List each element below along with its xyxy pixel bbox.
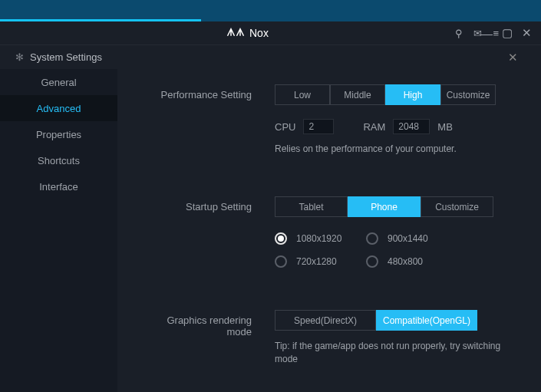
res-1080x1920[interactable]: 1080x1920 (275, 232, 363, 245)
performance-segmented: Low Middle High Customize (275, 84, 514, 105)
radio-icon (275, 232, 287, 245)
radio-icon (366, 255, 378, 268)
graphics-tip: Tip: if the game/app does not run proper… (275, 340, 505, 366)
close-icon[interactable]: ✕ (522, 26, 532, 40)
sidebar-item-general[interactable]: General (0, 69, 117, 95)
graphics-label: Graphics rendering mode (144, 310, 275, 338)
performance-row: Performance Setting Low Middle High Cust… (144, 84, 514, 154)
resolution-grid: 1080x1920 900x1440 720x1280 480x800 (275, 232, 514, 268)
sidebar-item-properties[interactable]: Properties (0, 121, 117, 147)
perf-low[interactable]: Low (275, 84, 330, 105)
graphics-segmented: Speed(DirectX) Compatible(OpenGL) (275, 310, 514, 331)
app-name: Nox (249, 27, 269, 39)
sidebar-item-advanced[interactable]: Advanced (0, 95, 117, 121)
top-accent-bar (0, 0, 541, 21)
radio-icon (366, 232, 378, 245)
pin-icon[interactable]: ⚲ (455, 28, 463, 39)
startup-tablet[interactable]: Tablet (275, 196, 348, 217)
graphics-speed[interactable]: Speed(DirectX) (275, 310, 376, 331)
startup-label: Startup Setting (144, 196, 275, 212)
startup-row: Startup Setting Tablet Phone Customize 1… (144, 196, 514, 268)
perf-customize[interactable]: Customize (440, 84, 496, 105)
cpu-ram-row: CPU RAM MB (275, 119, 514, 134)
titlebar: Nox ⚲ ✉ ≡ — ▢ ✕ (0, 21, 541, 44)
res-720x1280[interactable]: 720x1280 (275, 255, 363, 268)
graphics-compatible[interactable]: Compatible(OpenGL) (376, 310, 477, 331)
perf-middle[interactable]: Middle (330, 84, 385, 105)
nox-logo-icon (226, 27, 245, 39)
gear-icon: ✻ (15, 51, 24, 63)
settings-header: ✻ System Settings ✕ (0, 44, 541, 69)
main-area: General Advanced Properties Shortcuts In… (0, 69, 541, 392)
settings-close-icon[interactable]: ✕ (508, 51, 518, 64)
content-panel: Performance Setting Low Middle High Cust… (117, 69, 541, 392)
cpu-label: CPU (275, 121, 295, 133)
sidebar: General Advanced Properties Shortcuts In… (0, 69, 117, 392)
ram-label: RAM (363, 121, 385, 133)
performance-hint: Relies on the performance of your comput… (275, 143, 514, 154)
window-controls: — ▢ ✕ (481, 26, 532, 40)
settings-title: System Settings (30, 51, 102, 63)
app-logo: Nox (226, 27, 269, 39)
minimize-icon[interactable]: — (481, 27, 493, 40)
ram-unit: MB (437, 121, 453, 133)
ram-field[interactable] (393, 119, 430, 134)
cpu-field[interactable] (303, 119, 334, 134)
sidebar-item-shortcuts[interactable]: Shortcuts (0, 147, 117, 173)
startup-customize[interactable]: Customize (421, 196, 493, 217)
performance-label: Performance Setting (144, 84, 275, 100)
startup-segmented: Tablet Phone Customize (275, 196, 514, 217)
perf-high[interactable]: High (385, 84, 440, 105)
radio-icon (275, 255, 287, 268)
sidebar-item-interface[interactable]: Interface (0, 173, 117, 199)
startup-phone[interactable]: Phone (348, 196, 421, 217)
res-480x800[interactable]: 480x800 (366, 255, 454, 268)
maximize-icon[interactable]: ▢ (502, 26, 513, 40)
res-900x1440[interactable]: 900x1440 (366, 232, 454, 245)
graphics-row: Graphics rendering mode Speed(DirectX) C… (144, 310, 514, 366)
